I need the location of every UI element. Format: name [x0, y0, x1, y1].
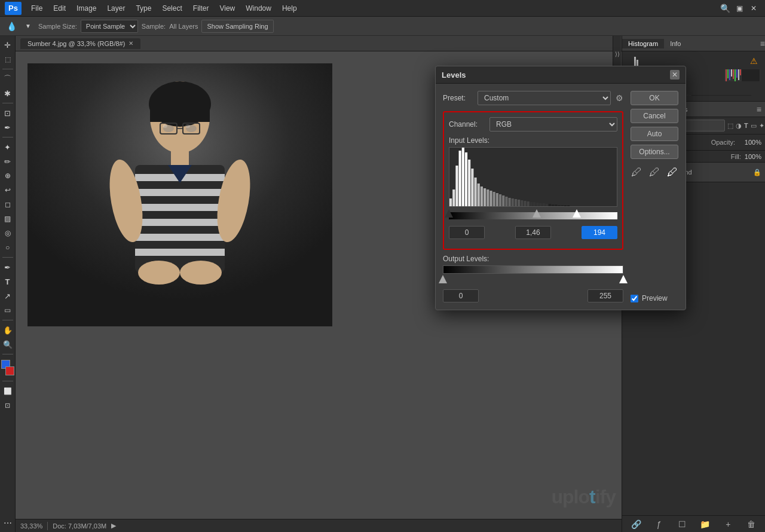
- output-white-value[interactable]: 255: [587, 289, 623, 302]
- preset-gear-icon[interactable]: ⚙: [616, 93, 623, 103]
- output-white-slider[interactable]: [619, 275, 628, 283]
- input-black-value[interactable]: 0: [449, 226, 485, 239]
- ps-logo: Ps: [5, 2, 22, 15]
- clone-stamp-tool[interactable]: ⊕: [1, 169, 14, 182]
- brush-tool[interactable]: ✏: [1, 155, 14, 168]
- svg-rect-94: [536, 203, 538, 207]
- output-values-row: 0 255: [443, 289, 623, 302]
- show-sampling-ring-button[interactable]: Show Sampling Ring: [201, 20, 273, 33]
- eyedropper-tool[interactable]: 💧: [5, 20, 18, 33]
- lasso-tool[interactable]: ⌒: [1, 72, 14, 85]
- layers-panel-menu-btn[interactable]: ≡: [753, 103, 765, 115]
- filter-type-icon[interactable]: T: [744, 122, 748, 129]
- healing-brush-tool[interactable]: ✦: [1, 140, 14, 154]
- link-layers-btn[interactable]: 🔗: [626, 519, 647, 529]
- filter-pixel-icon[interactable]: ⬚: [727, 122, 733, 130]
- blur-tool[interactable]: ◎: [1, 227, 14, 240]
- filter-smart-icon[interactable]: ✦: [759, 122, 764, 130]
- tab-close-btn[interactable]: ✕: [128, 40, 133, 47]
- menu-view[interactable]: View: [215, 3, 240, 14]
- menu-type[interactable]: Type: [131, 3, 156, 14]
- levels-close-btn[interactable]: ✕: [670, 70, 680, 80]
- output-black-value[interactable]: 0: [443, 289, 479, 302]
- options-button[interactable]: Options...: [631, 145, 678, 159]
- input-values-row: 0 1,46 194: [449, 226, 617, 239]
- eyedropper-options[interactable]: ▼: [22, 20, 35, 33]
- menu-bar: Ps File Edit Image Layer Type Select Fil…: [0, 0, 765, 17]
- cancel-button[interactable]: Cancel: [631, 109, 678, 123]
- search-icon[interactable]: 🔍: [718, 2, 732, 15]
- add-mask-btn[interactable]: ☐: [672, 519, 693, 529]
- pen-tool[interactable]: ✒: [1, 261, 14, 274]
- menu-window[interactable]: Window: [241, 3, 276, 14]
- white-eyedropper-btn[interactable]: 🖊: [667, 166, 678, 179]
- output-black-slider[interactable]: [439, 275, 447, 283]
- new-group-btn[interactable]: 📁: [695, 519, 716, 529]
- svg-rect-58: [735, 69, 736, 81]
- sample-label: Sample:: [142, 23, 166, 30]
- zoom-tool[interactable]: 🔍: [1, 338, 14, 351]
- sample-size-select[interactable]: Point Sample: [81, 20, 138, 33]
- path-selection-tool[interactable]: ↗: [1, 289, 14, 302]
- menu-edit[interactable]: Edit: [48, 3, 71, 14]
- menu-help[interactable]: Help: [277, 3, 302, 14]
- filter-shape-icon[interactable]: ▭: [751, 122, 757, 130]
- menu-filter[interactable]: Filter: [188, 3, 214, 14]
- levels-titlebar[interactable]: Levels ✕: [436, 66, 686, 84]
- nav-arrow[interactable]: ▶: [111, 522, 116, 530]
- close-icon[interactable]: ✕: [747, 2, 760, 15]
- auto-button[interactable]: Auto: [631, 127, 678, 141]
- add-adjustment-btn[interactable]: ƒ: [649, 519, 670, 529]
- magic-wand-tool[interactable]: ✱: [1, 87, 14, 100]
- output-gradient-bar: [443, 265, 623, 274]
- quick-mask-tool[interactable]: ⬜: [1, 384, 14, 398]
- svg-rect-9: [135, 219, 225, 226]
- menu-layer[interactable]: Layer: [102, 3, 130, 14]
- black-eyedropper-btn[interactable]: 🖊: [631, 166, 642, 179]
- person-silhouette: [27, 63, 332, 326]
- svg-rect-60: [738, 69, 739, 80]
- shape-tool[interactable]: ▭: [1, 304, 14, 317]
- input-white-value[interactable]: 194: [582, 226, 617, 239]
- document-tab[interactable]: Sumber 4.jpg @ 33,3% (RGB/8#) ✕: [20, 38, 140, 49]
- delete-layer-btn[interactable]: 🗑: [741, 519, 762, 529]
- input-gamma-value[interactable]: 1,46: [515, 226, 551, 239]
- marquee-tool[interactable]: ⬚: [1, 53, 14, 66]
- svg-rect-92: [530, 202, 533, 207]
- background-color[interactable]: [5, 366, 14, 375]
- menu-image[interactable]: Image: [72, 3, 101, 14]
- menu-file[interactable]: File: [26, 3, 47, 14]
- text-tool[interactable]: T: [1, 275, 14, 288]
- eyedropper-tool-left[interactable]: ✒: [1, 121, 14, 134]
- white-point-slider[interactable]: [573, 209, 581, 218]
- zoom-level: 33,33%: [20, 522, 42, 530]
- black-point-slider[interactable]: [445, 209, 453, 218]
- eraser-tool[interactable]: ◻: [1, 198, 14, 211]
- gray-eyedropper-btn[interactable]: 🖊: [649, 166, 660, 179]
- more-tools[interactable]: ⋯: [1, 516, 14, 530]
- menu-select[interactable]: Select: [157, 3, 186, 14]
- channel-select[interactable]: RGB Red Green Blue: [489, 117, 617, 132]
- ok-button[interactable]: OK: [631, 91, 678, 105]
- crop-tool[interactable]: ⊡: [1, 106, 14, 120]
- histogram-tab[interactable]: Histogram: [622, 39, 664, 48]
- gamma-slider[interactable]: [533, 209, 541, 218]
- new-layer-btn[interactable]: +: [718, 519, 739, 529]
- info-tab[interactable]: Info: [664, 39, 687, 48]
- dodge-tool[interactable]: ○: [1, 241, 14, 254]
- preview-row: Preview: [631, 294, 678, 302]
- filter-adjustment-icon[interactable]: ◑: [736, 122, 742, 130]
- hand-tool[interactable]: ✋: [1, 323, 14, 337]
- gradient-tool[interactable]: ▨: [1, 212, 14, 225]
- preview-checkbox[interactable]: [631, 295, 638, 302]
- color-swatches[interactable]: [1, 360, 14, 375]
- move-tool[interactable]: ✛: [1, 38, 14, 51]
- screen-mode-tool[interactable]: ⊡: [1, 399, 14, 412]
- svg-rect-61: [740, 69, 741, 75]
- preset-select[interactable]: Custom Default Darker Increase Contrast …: [478, 91, 611, 105]
- svg-rect-62: [742, 69, 760, 81]
- maximize-icon[interactable]: ▣: [733, 2, 746, 15]
- histogram-menu-btn[interactable]: ≡: [760, 39, 765, 48]
- toolbar-bar: 💧 ▼ Sample Size: Point Sample Sample: Al…: [0, 17, 765, 36]
- history-brush-tool[interactable]: ↩: [1, 184, 14, 197]
